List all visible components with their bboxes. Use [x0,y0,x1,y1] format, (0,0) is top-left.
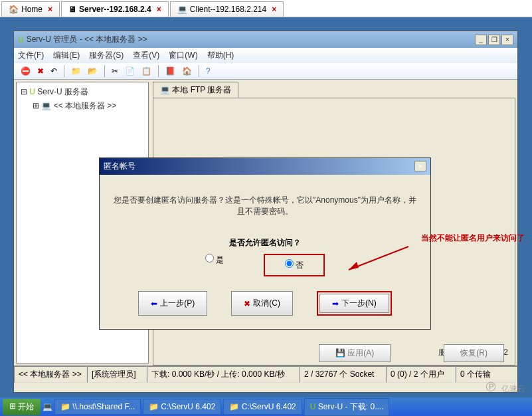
menu-view[interactable]: 查看(V) [133,50,159,61]
annotation-text: 当然不能让匿名用户来访问了 [421,233,525,244]
close-icon[interactable]: × [272,5,276,14]
tree-local-server[interactable]: ⊞ 💻 << 本地服务器 >> [31,99,145,113]
windows-icon: ⊞ [9,401,16,413]
paste-icon[interactable]: 📋 [139,65,154,77]
tab-label: Client--192.168.2.214 [190,5,266,14]
menu-server[interactable]: 服务器(S) [89,50,124,61]
watermark: ℗ 亿速云 [484,379,525,395]
radio-yes[interactable]: 是 [205,254,224,276]
close-icon[interactable]: × [157,5,161,14]
taskbar-item[interactable]: U Serv-U - 下载: 0.... [304,398,390,416]
delete-icon[interactable]: ✖ [35,65,46,77]
copy-icon[interactable]: 📄 [122,65,137,77]
status-admin: [系统管理员] [87,366,147,383]
tab-home[interactable]: 🏠 Home × [1,1,60,17]
tab-client[interactable]: 💻 Client--192.168.2.214 × [170,1,284,17]
menubar: 文件(F) 编辑(E) 服务器(S) 查看(V) 窗口(W) 帮助(H) [14,48,517,63]
highlight-no-option: 否 [264,254,325,276]
tab-label: Server--192.168.2.4 [79,5,151,14]
toolbar: ⛔ ✖ ↶ 📁 📂 ✂ 📄 📋 📕 🏠 ? [14,63,517,80]
browser-tabs: 🏠 Home × 🖥 Server--192.168.2.4 × 💻 Clien… [0,0,532,17]
status-socket: 2 / 32767 个 Socket [300,366,386,383]
close-button[interactable]: × [501,35,513,45]
folder-icon[interactable]: 📁 [68,65,84,77]
book-icon[interactable]: 📕 [163,65,178,77]
home-toolbar-icon[interactable]: 🏠 [179,65,195,77]
radio-no[interactable]: 否 [285,260,304,270]
menu-edit[interactable]: 编辑(E) [53,50,80,61]
highlight-next-button: ➡ 下一步(N) [317,291,392,316]
maximize-button[interactable]: ❐ [488,35,500,45]
dialog-title: 匿名帐号 × [100,158,430,175]
status-server: << 本地服务器 >> [14,366,87,383]
dialog-close-button[interactable]: × [414,161,426,171]
taskbar-item[interactable]: 📁 \\.host\Shared F... [54,399,141,415]
tab-label: Home [21,5,43,14]
start-button[interactable]: ⊞ 开始 [3,399,41,415]
ftp-tab[interactable]: 💻 本地 FTP 服务器 [153,82,238,98]
prev-button[interactable]: ⬅ 上一步(P) [138,291,207,316]
statusbar: << 本地服务器 >> [系统管理员] 下载: 0.000 KB/秒 / 上传:… [14,365,517,383]
menu-help[interactable]: 帮助(H) [207,50,234,61]
next-button[interactable]: ➡ 下一步(N) [319,294,389,313]
folder-open-icon[interactable]: 📂 [85,65,100,77]
server-icon: 🖥 [68,5,76,14]
app-icon: U [18,35,24,45]
annotation-arrow [342,243,415,276]
menu-window[interactable]: 窗口(W) [169,50,197,61]
status-users: 0 (0) / 2 个用户 [386,366,456,383]
taskbar-item[interactable]: 📁 C:\ServU 6.402 [223,399,302,415]
home-icon: 🏠 [9,5,19,14]
restore-button[interactable]: 恢复(R) [444,344,504,362]
stop-icon[interactable]: ⛔ [18,65,33,77]
cut-icon[interactable]: ✂ [109,65,121,77]
apply-button[interactable]: 💾 应用(A) [319,344,391,362]
undo-icon[interactable]: ↶ [48,65,60,77]
close-icon[interactable]: × [48,5,52,14]
menu-file[interactable]: 文件(F) [18,50,44,61]
taskbar-item[interactable]: 📁 C:\ServU 6.402 [143,399,221,415]
svg-marker-1 [349,262,359,270]
anonymous-dialog: 匿名帐号 × 您是否要创建匿名访问服务器？这是一个特殊帐号，它以"Anonymo… [99,157,431,330]
window-title: Serv-U 管理员 - << 本地服务器 >> [27,34,147,45]
client-icon: 💻 [177,5,187,14]
tab-server[interactable]: 🖥 Server--192.168.2.4 × [61,1,169,17]
dialog-message: 您是否要创建匿名访问服务器？这是一个特殊帐号，它以"Anonymous"为用户名… [113,195,417,217]
titlebar: U Serv-U 管理员 - << 本地服务器 >> _ ❐ × [14,31,517,48]
status-transfer: 下载: 0.000 KB/秒 / 上传: 0.000 KB/秒 [147,366,300,383]
serv-u-window: U Serv-U 管理员 - << 本地服务器 >> _ ❐ × 文件(F) 编… [13,31,518,393]
tree-root[interactable]: ⊟ U Serv-U 服务器 [19,85,145,99]
help-icon[interactable]: ? [203,65,213,77]
quick-launch-icon[interactable]: 💻 [43,402,52,411]
cancel-button[interactable]: ✖ 取消(C) [231,291,293,316]
minimize-button[interactable]: _ [475,35,487,45]
taskbar: ⊞ 开始 💻 📁 \\.host\Shared F... 📁 C:\ServU … [0,397,532,416]
